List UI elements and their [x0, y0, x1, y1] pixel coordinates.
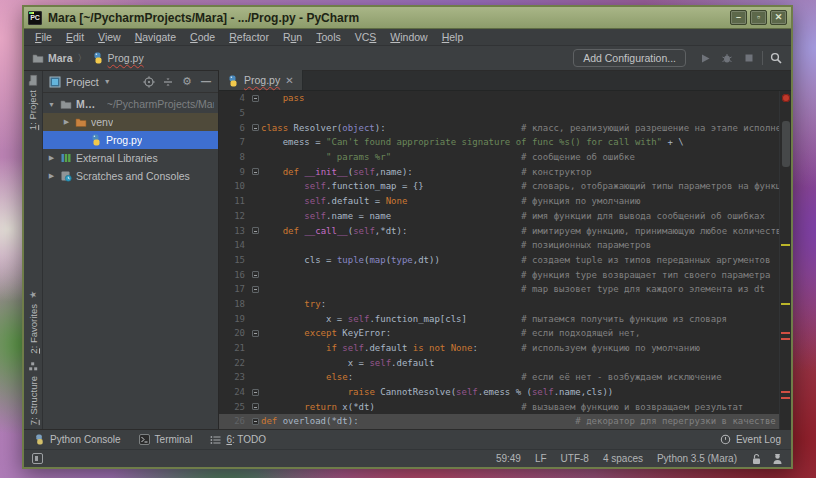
warning-mark[interactable] — [781, 244, 790, 246]
fold-marker-icon[interactable] — [249, 286, 261, 293]
menu-item-help[interactable]: Help — [435, 30, 471, 44]
status-segment[interactable]: 59:49 — [496, 453, 521, 464]
toolwindow-button-event-log[interactable]: Event Log — [720, 434, 781, 445]
status-segment[interactable]: LF — [535, 453, 547, 464]
fold-marker-icon[interactable] — [249, 168, 261, 175]
hector-icon[interactable] — [772, 453, 783, 465]
status-segment[interactable]: Python 3.5 (Mara) — [657, 453, 737, 464]
menu-item-run[interactable]: Run — [276, 30, 309, 44]
tree-item-mara[interactable]: ▼Mara~/PycharmProjects/Mara — [43, 95, 218, 113]
warning-mark[interactable] — [781, 303, 790, 305]
menu-item-refactor[interactable]: Refactor — [222, 30, 276, 44]
fold-marker-icon[interactable] — [249, 330, 261, 337]
hide-icon[interactable]: — — [200, 76, 212, 87]
breadcrumb-item[interactable]: Mara — [48, 52, 73, 64]
debug-icon[interactable] — [720, 51, 734, 65]
code-line-9[interactable]: 9 def __init__(self,name): # конструктор — [219, 164, 779, 179]
breadcrumb-item[interactable]: Prog.py — [108, 52, 144, 64]
line-number: 12 — [219, 211, 249, 221]
editor-tab-prog-py[interactable]: Prog.py ✕ — [219, 70, 303, 90]
code-line-14[interactable]: 14 # позиционных параметров — [219, 238, 779, 253]
locate-icon[interactable] — [143, 75, 155, 87]
error-stripe[interactable] — [779, 91, 791, 429]
menu-item-navigate[interactable]: Navigate — [128, 30, 183, 44]
fold-marker-icon[interactable] — [249, 271, 261, 278]
collapsed-arrow-icon[interactable]: ▶ — [47, 154, 56, 162]
unlock-icon[interactable] — [751, 453, 762, 465]
code-line-20[interactable]: 20 except KeyError: # если подходящей не… — [219, 326, 779, 341]
errors-indicator-icon[interactable] — [782, 94, 790, 102]
stop-icon[interactable] — [742, 51, 756, 65]
menu-item-code[interactable]: Code — [183, 30, 222, 44]
code-line-21[interactable]: 21 if self.default is not None: # исполь… — [219, 341, 779, 356]
code-line-19[interactable]: 19 x = self.function_map[cls] # пытаемся… — [219, 311, 779, 326]
stripe-button-1-project[interactable]: 1: Project — [26, 75, 39, 130]
code-line-23[interactable]: 23 else: # если её нет - возбуждаем искл… — [219, 370, 779, 385]
code-line-11[interactable]: 11 self.default = None # функция по умол… — [219, 194, 779, 209]
status-segment[interactable]: UTF-8 — [561, 453, 589, 464]
menu-item-view[interactable]: View — [91, 30, 128, 44]
run-icon[interactable] — [698, 51, 712, 65]
error-mark[interactable] — [781, 391, 790, 393]
status-bar: 59:49LFUTF-84 spacesPython 3.5 (Mara) — [24, 449, 791, 467]
fold-marker-icon[interactable] — [249, 95, 261, 102]
expanded-arrow-icon[interactable]: ▼ — [47, 101, 56, 108]
toolwindow-button-terminal[interactable]: Terminal — [139, 434, 193, 445]
error-mark[interactable] — [781, 332, 790, 334]
code-line-5[interactable]: 5 — [219, 106, 779, 121]
code-line-15[interactable]: 15 cls = tuple(map(type,dt)) # создаем t… — [219, 253, 779, 268]
code-line-6[interactable]: 6class Resolver(object): # класс, реализ… — [219, 120, 779, 135]
code-line-10[interactable]: 10 self.function_map = {} # словарь, ото… — [219, 179, 779, 194]
toolwindow-button-6-todo[interactable]: 6: TODO — [210, 434, 266, 445]
fold-marker-icon[interactable] — [249, 403, 261, 410]
search-everywhere-icon[interactable] — [769, 51, 783, 65]
tree-item-scratches-and-consoles[interactable]: ▶Scratches and Consoles — [43, 167, 218, 185]
code-line-17[interactable]: 17 # map вызовет type для каждого элемен… — [219, 282, 779, 297]
code-line-18[interactable]: 18 try: — [219, 297, 779, 312]
collapse-all-icon[interactable] — [162, 75, 174, 87]
close-button[interactable]: ✕ — [770, 10, 787, 25]
code-line-25[interactable]: 25 return x(*dt) # вызываем функцию и во… — [219, 399, 779, 414]
fold-marker-icon[interactable] — [249, 124, 261, 131]
scrollbar-thumb[interactable] — [782, 121, 790, 167]
code-line-26[interactable]: 26def overload(*dt): # декоратор для пер… — [219, 414, 779, 429]
code-line-4[interactable]: 4 pass — [219, 91, 779, 106]
settings-icon[interactable]: ⚙ — [181, 75, 193, 88]
fold-marker-icon[interactable] — [249, 389, 261, 396]
menu-item-window[interactable]: Window — [383, 30, 434, 44]
stripe-button-2-favorites[interactable]: 2: Favorites★ — [28, 290, 39, 354]
error-mark[interactable] — [781, 338, 790, 340]
code-editor[interactable]: 4 pass56class Resolver(object): # класс,… — [219, 91, 791, 429]
status-segment[interactable]: 4 spaces — [603, 453, 643, 464]
toolwindow-button-python-console[interactable]: Python Console — [34, 434, 121, 445]
collapsed-arrow-icon[interactable]: ▶ — [62, 118, 71, 126]
code-line-8[interactable]: 8 " params %r" # сообщение об ошибке — [219, 150, 779, 165]
minimize-button[interactable]: – — [730, 10, 747, 25]
tree-item-external-libraries[interactable]: ▶External Libraries — [43, 149, 218, 167]
code-line-24[interactable]: 24 raise CannotResolve(self.emess % (sel… — [219, 385, 779, 400]
chevron-down-icon[interactable]: ▼ — [104, 78, 111, 85]
maximize-button[interactable]: ▫ — [750, 10, 767, 25]
toggle-toolwindows-icon[interactable] — [32, 453, 43, 464]
menu-item-vcs[interactable]: VCS — [348, 30, 384, 44]
project-panel-title[interactable]: Project — [66, 76, 99, 88]
stripe-button-7-structure[interactable]: 7: Structure — [27, 362, 39, 425]
tree-item-venv[interactable]: ▶venv — [43, 113, 218, 131]
close-tab-icon[interactable]: ✕ — [285, 75, 293, 86]
line-number: 24 — [219, 387, 249, 397]
code-line-22[interactable]: 22 x = self.default — [219, 355, 779, 370]
code-line-12[interactable]: 12 self.name = name # имя функции для вы… — [219, 209, 779, 224]
tree-item-prog-py[interactable]: Prog.py — [43, 131, 218, 149]
fold-marker-icon[interactable] — [249, 418, 261, 425]
fold-marker-icon[interactable] — [249, 227, 261, 234]
menu-item-tools[interactable]: Tools — [309, 30, 348, 44]
error-mark[interactable] — [781, 397, 790, 399]
title-bar[interactable]: PC Mara [~/PycharmProjects/Mara] - .../P… — [24, 7, 791, 29]
menu-item-edit[interactable]: Edit — [59, 30, 91, 44]
code-line-16[interactable]: 16 # функция type возвращает тип своего … — [219, 267, 779, 282]
code-line-13[interactable]: 13 def __call__(self,*dt): # имитируем ф… — [219, 223, 779, 238]
add-configuration-button[interactable]: Add Configuration... — [573, 49, 686, 67]
code-line-7[interactable]: 7 emess = "Can't found appropriate signa… — [219, 135, 779, 150]
collapsed-arrow-icon[interactable]: ▶ — [47, 172, 56, 180]
menu-item-file[interactable]: File — [28, 30, 59, 44]
